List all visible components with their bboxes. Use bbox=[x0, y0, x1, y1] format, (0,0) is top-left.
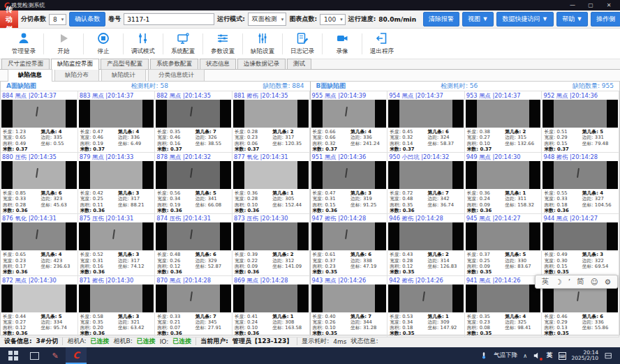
defect-cell-881[interactable]: 881 擦伤 |20:14:35长度: 0.28宽度: 0.23面积: 0.06… bbox=[232, 91, 310, 153]
defect-thumbnail[interactable] bbox=[1, 222, 77, 250]
defect-thumbnail[interactable] bbox=[466, 285, 541, 312]
tool-button-play[interactable]: 开始 bbox=[44, 31, 83, 56]
subtab-缺陷统计[interactable]: 缺陷统计 bbox=[101, 69, 146, 81]
defect-cell-871[interactable]: 871 擦伤 |20:14:30长度: 0.58宽度: 0.35面积: 0.20… bbox=[78, 276, 156, 338]
roll-number-input[interactable] bbox=[124, 13, 214, 25]
defect-thumbnail[interactable] bbox=[233, 222, 309, 250]
defect-cell-942[interactable]: 942 擦伤 |20:14:26长度: 0.53宽度: 0.34面积: 0.18… bbox=[388, 276, 465, 338]
defect-thumbnail[interactable] bbox=[1, 100, 77, 128]
defect-thumbnail[interactable] bbox=[79, 100, 154, 128]
run-mode-select[interactable]: 双面检测▾ bbox=[248, 13, 287, 26]
defect-thumbnail[interactable] bbox=[542, 222, 618, 250]
defect-thumbnail[interactable] bbox=[79, 285, 154, 312]
defect-cell-876[interactable]: 876 氧化 |20:14:31长度: 0.65宽度: 0.23面积: 0.17… bbox=[1, 214, 78, 275]
defect-thumbnail[interactable] bbox=[233, 161, 309, 189]
defect-cell-870[interactable]: 870 黑点 |20:14:28长度: 0.33宽度: 0.21面积: 0.07… bbox=[155, 276, 232, 338]
defect-cell-955[interactable]: 955 黑点 |20:14:39长度: 0.66宽度: 0.66面积: 0.32… bbox=[311, 91, 388, 153]
defect-thumbnail[interactable] bbox=[388, 161, 464, 189]
tab-测试[interactable]: 测试 bbox=[287, 59, 311, 69]
slit-count-select[interactable]: 8▾ bbox=[49, 14, 66, 25]
taskbar-app-paint[interactable]: ✎ bbox=[45, 347, 66, 364]
defect-thumbnail[interactable] bbox=[1, 285, 77, 312]
help-menu-button[interactable]: 帮助 ▼ bbox=[556, 12, 588, 26]
defect-thumbnail[interactable] bbox=[311, 161, 387, 189]
defect-thumbnail[interactable] bbox=[79, 222, 154, 250]
ime-simplified-toggle[interactable]: 简 bbox=[577, 277, 584, 287]
ime-emoji-icon[interactable]: ☺ bbox=[591, 278, 598, 286]
defect-thumbnail[interactable] bbox=[466, 222, 541, 250]
chart-points-select[interactable]: 100▾ bbox=[320, 14, 346, 25]
tool-button-user[interactable]: 管理登录 bbox=[4, 31, 43, 56]
defect-cell-947[interactable]: 947 擦伤 |20:14:28长度: 0.61宽度: 0.37面积: 0.23… bbox=[311, 214, 388, 275]
defect-cell-873[interactable]: 873 压伤 |20:14:30长度: 0.39宽度: 0.22面积: 0.09… bbox=[232, 214, 310, 275]
defect-thumbnail[interactable] bbox=[156, 100, 231, 128]
tool-button-camera[interactable]: 录像 bbox=[323, 31, 362, 56]
tab-尺寸监控界面[interactable]: 尺寸监控界面 bbox=[1, 59, 50, 69]
tray-expand-chevron[interactable]: ∧ bbox=[523, 353, 527, 359]
keyboard-icon[interactable]: ⌨ bbox=[559, 352, 566, 360]
tab-边缘数据记录[interactable]: 边缘数据记录 bbox=[237, 59, 286, 69]
taskbar-app-inspection[interactable]: C bbox=[66, 347, 87, 364]
data-quick-access-button[interactable]: 数据快捷访问 ▼ bbox=[496, 12, 553, 26]
minimize-button[interactable]: — bbox=[565, 2, 580, 8]
start-button[interactable] bbox=[3, 347, 24, 364]
defect-thumbnail[interactable] bbox=[542, 161, 618, 189]
defect-thumbnail[interactable] bbox=[311, 222, 387, 250]
defect-thumbnail[interactable] bbox=[311, 285, 387, 312]
tab-状态信息[interactable]: 状态信息 bbox=[200, 59, 236, 69]
defect-cell-869[interactable]: 869 黑点 |20:14:28长度: 0.41宽度: 0.24面积: 0.10… bbox=[232, 276, 310, 338]
defect-cell-883[interactable]: 883 黑点 |20:14:37长度: 0.47宽度: 0.46面积: 0.19… bbox=[78, 91, 156, 153]
tool-button-tune[interactable]: 调试模式 bbox=[124, 31, 163, 56]
subtab-缺陷信息[interactable]: 缺陷信息 bbox=[8, 69, 52, 82]
ime-language-indicator[interactable]: 英 bbox=[547, 351, 553, 360]
subtab-分类信息统计[interactable]: 分类信息统计 bbox=[148, 69, 205, 81]
subtab-缺陷分布[interactable]: 缺陷分布 bbox=[54, 69, 99, 81]
close-button[interactable]: ✕ bbox=[601, 2, 617, 8]
defect-thumbnail[interactable] bbox=[156, 285, 231, 312]
defect-cell-884[interactable]: 884 黑点 |20:14:37长度: 1.23宽度: 0.65面积: 0.49… bbox=[1, 91, 78, 153]
defect-cell-951[interactable]: 951 黑点 |20:14:36长度: 0.47宽度: 0.31面积: 0.15… bbox=[311, 153, 388, 214]
defect-cell-874[interactable]: 874 压伤 |20:14:31长度: 0.48宽度: 0.26面积: 0.12… bbox=[155, 214, 232, 275]
defect-cell-948[interactable]: 948 擦伤 |20:14:28长度: 0.55宽度: 0.33面积: 0.18… bbox=[542, 153, 619, 214]
defect-cell-949[interactable]: 949 黑点 |20:14:30长度: 0.36宽度: 0.24面积: 0.09… bbox=[465, 153, 542, 214]
defect-thumbnail[interactable] bbox=[388, 222, 464, 250]
action-center-icon[interactable] bbox=[604, 351, 613, 361]
ime-lang-toggle[interactable]: 英 bbox=[542, 277, 549, 287]
defect-cell-877[interactable]: 877 氧化 |20:14:31长度: 0.36宽度: 0.28面积: 0.10… bbox=[232, 153, 310, 214]
defect-thumbnail[interactable] bbox=[233, 100, 309, 128]
defect-cell-944[interactable]: 944 黑点 |20:14:27长度: 0.49宽度: 0.30面积: 0.15… bbox=[542, 214, 619, 275]
defect-thumbnail[interactable] bbox=[388, 285, 464, 312]
ime-settings-gear-icon[interactable]: ⚙ bbox=[605, 278, 611, 286]
tab-系统参数配置[interactable]: 系统参数配置 bbox=[150, 59, 198, 69]
operator-side-button[interactable]: 操作侧 bbox=[591, 12, 620, 26]
defect-cell-941[interactable]: 941 黑点 |20:14:26长度: 0.35宽度: 0.23面积: 0.08… bbox=[465, 276, 542, 338]
defect-cell-950[interactable]: 950 小凹坑 |20:14:32长度: 0.72宽度: 0.48面积: 0.3… bbox=[388, 153, 465, 214]
defect-thumbnail[interactable] bbox=[156, 222, 231, 250]
tab-缺陷监控界面[interactable]: 缺陷监控界面 bbox=[51, 59, 99, 70]
defect-thumbnail[interactable] bbox=[156, 161, 231, 189]
ime-punct-toggle[interactable]: ’ bbox=[568, 278, 570, 286]
volume-button[interactable] bbox=[533, 351, 541, 360]
tool-button-sliders-h[interactable]: 参数设置 bbox=[203, 31, 242, 56]
ime-moon-icon[interactable]: ☽ bbox=[555, 278, 561, 286]
clear-alarm-button[interactable]: 清除报警 bbox=[423, 12, 459, 26]
maximize-button[interactable]: ▢ bbox=[583, 2, 598, 8]
defect-thumbnail[interactable] bbox=[233, 285, 309, 312]
defect-cell-882[interactable]: 882 黑点 |20:14:35长度: 0.35宽度: 0.46面积: 0.16… bbox=[155, 91, 232, 153]
defect-thumbnail[interactable] bbox=[542, 100, 618, 128]
defect-thumbnail[interactable] bbox=[79, 161, 154, 189]
tool-button-stop[interactable]: 停止 bbox=[84, 31, 123, 56]
defect-cell-872[interactable]: 872 黑点 |20:14:30长度: 0.44宽度: 0.27面积: 0.12… bbox=[1, 276, 78, 338]
defect-cell-943[interactable]: 943 黑点 |20:14:26长度: 0.40宽度: 0.26面积: 0.10… bbox=[311, 276, 388, 338]
defect-thumbnail[interactable] bbox=[1, 161, 77, 189]
defect-thumbnail[interactable] bbox=[311, 100, 387, 128]
defect-cell-952[interactable]: 952 黑点 |20:14:36长度: 0.51宽度: 0.29面积: 0.15… bbox=[542, 91, 619, 153]
defect-cell-945[interactable]: 945 黑点 |20:14:27长度: 0.37宽度: 0.25面积: 0.09… bbox=[465, 214, 542, 275]
defect-cell-875[interactable]: 875 压伤 |20:14:31长度: 0.52宽度: 0.31面积: 0.16… bbox=[78, 214, 156, 275]
view-menu-button[interactable]: 视图 ▼ bbox=[462, 12, 494, 26]
defect-cell-878[interactable]: 878 黑点 |20:14:32长度: 0.56宽度: 0.34面积: 0.19… bbox=[155, 153, 232, 214]
tool-button-log[interactable]: 日志记录 bbox=[283, 31, 322, 56]
weather-text[interactable]: 气温下降 bbox=[494, 351, 517, 360]
task-view-button[interactable] bbox=[24, 347, 45, 364]
tool-button-exit[interactable]: 退出程序 bbox=[362, 31, 401, 56]
